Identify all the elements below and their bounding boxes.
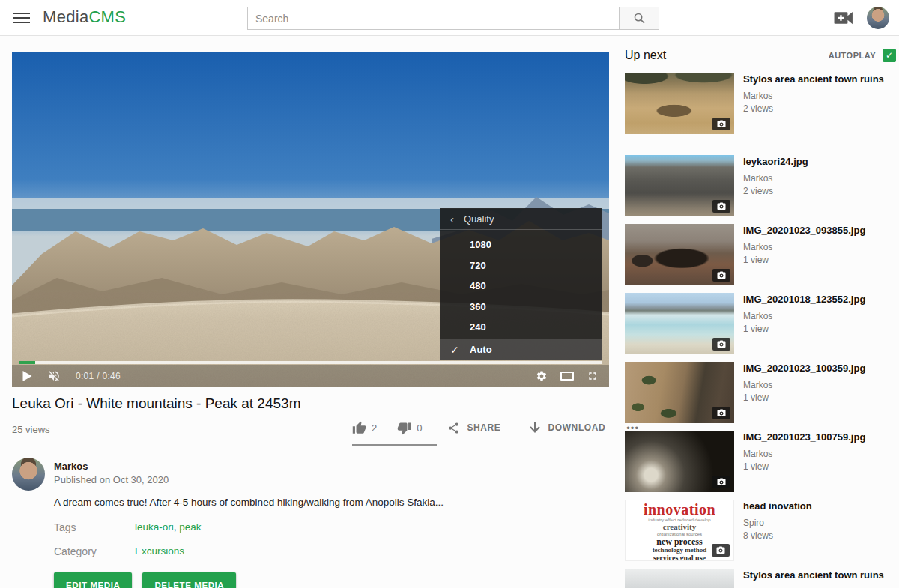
category-label: Category xyxy=(54,545,97,557)
up-next-title: Up next xyxy=(625,49,666,62)
image-type-badge xyxy=(712,476,730,488)
item-title: head inovation xyxy=(743,500,812,512)
quality-selected-label: Auto xyxy=(470,344,492,355)
item-author: Markos xyxy=(743,91,884,101)
mute-button[interactable] xyxy=(46,369,61,383)
download-button[interactable]: DOWNLOAD xyxy=(529,421,605,434)
item-author: Markos xyxy=(743,242,865,252)
menu-icon[interactable] xyxy=(13,13,30,23)
search-bar xyxy=(247,7,659,30)
up-next-item[interactable]: leykaori24.jpg Markos 2 views xyxy=(625,155,896,216)
search-input[interactable] xyxy=(247,7,620,30)
thumb-up-icon xyxy=(352,421,366,435)
delete-media-button[interactable]: DELETE MEDIA xyxy=(142,572,236,588)
check-icon: ✓ xyxy=(886,50,893,61)
item-title: IMG_20201023_100359.jpg xyxy=(743,363,865,375)
download-icon xyxy=(529,421,541,434)
page-title: Leuka Ori - White mountains - Peak at 24… xyxy=(12,395,300,412)
top-bar: MediaCMS xyxy=(0,0,899,36)
item-views: 2 views xyxy=(743,103,884,114)
item-views: 1 view xyxy=(743,324,865,334)
autoplay-checkbox[interactable]: ✓ xyxy=(883,49,896,62)
camera-icon xyxy=(717,409,726,417)
autoplay-label: AUTOPLAY xyxy=(829,51,876,60)
image-type-badge xyxy=(712,200,730,213)
quality-option-720[interactable]: 720 xyxy=(440,255,602,276)
item-views: 2 views xyxy=(743,186,808,196)
item-author: Markos xyxy=(743,173,808,184)
up-next-item[interactable]: Stylos area ancient town ruins Markos 2 … xyxy=(625,73,896,134)
actions-row: 2 0 SHARE DOWNLOAD ••• xyxy=(352,416,639,439)
category-link[interactable]: Excursions xyxy=(135,545,184,557)
play-icon xyxy=(22,371,32,381)
download-label: DOWNLOAD xyxy=(548,422,605,433)
image-type-badge xyxy=(712,407,730,419)
image-type-badge xyxy=(712,118,730,130)
item-author: Markos xyxy=(743,449,865,459)
up-next-item[interactable]: IMG_20201023_093855.jpg Markos 1 view xyxy=(625,224,896,285)
author-avatar[interactable] xyxy=(12,458,45,491)
wordcloud-text: creativity xyxy=(626,523,733,531)
image-type-badge xyxy=(712,338,730,351)
item-views: 1 view xyxy=(743,392,865,403)
quality-option-480[interactable]: 480 xyxy=(440,276,602,297)
settings-button[interactable] xyxy=(536,370,548,382)
tags-list: leuka-oripeak xyxy=(135,521,202,533)
share-button[interactable]: SHARE xyxy=(447,422,500,434)
video-upload-icon[interactable] xyxy=(834,10,853,25)
item-views: 1 view xyxy=(743,461,865,472)
item-title: leykaori24.jpg xyxy=(743,156,808,168)
quality-option-360[interactable]: 360 xyxy=(440,297,602,318)
video-player[interactable]: ‹ Quality 1080 720 480 360 240 ✓ Auto 0:… xyxy=(12,52,609,387)
up-next-item[interactable]: innovation industry effect reduced devel… xyxy=(625,500,896,561)
item-title: Stylos area ancient town ruins xyxy=(743,569,884,581)
play-button[interactable] xyxy=(22,371,32,381)
up-next-item[interactable]: Stylos area ancient town ruins xyxy=(625,569,896,588)
check-icon: ✓ xyxy=(450,344,470,356)
up-next-item[interactable]: IMG_20201023_100359.jpg Markos 1 view xyxy=(625,362,896,423)
theater-mode-button[interactable] xyxy=(560,372,574,381)
thumbnail-wordcloud: innovation industry effect reduced devel… xyxy=(625,500,734,561)
camera-icon xyxy=(717,340,726,348)
tags-label: Tags xyxy=(54,521,76,533)
progress-bar[interactable] xyxy=(19,361,602,364)
tag-link[interactable]: peak xyxy=(179,521,201,533)
up-next-item[interactable]: IMG_20201023_100759.jpg Markos 1 view xyxy=(625,431,896,492)
item-title: IMG_20201023_100759.jpg xyxy=(743,431,865,443)
fullscreen-button[interactable] xyxy=(587,370,599,382)
volume-off-icon xyxy=(46,369,61,383)
author-name[interactable]: Markos xyxy=(54,461,88,472)
camera-icon xyxy=(717,271,726,279)
wordcloud-text: innovation xyxy=(626,502,733,517)
theater-icon xyxy=(560,372,574,381)
up-next-item[interactable]: IMG_20201018_123552.jpg Markos 1 view xyxy=(625,293,896,354)
edit-media-button[interactable]: EDIT MEDIA xyxy=(54,572,132,588)
views-count: 25 views xyxy=(12,424,50,435)
like-button[interactable]: 2 xyxy=(352,421,377,435)
search-button[interactable] xyxy=(619,7,659,30)
thumbnail xyxy=(625,569,734,588)
site-logo[interactable]: MediaCMS xyxy=(43,7,126,27)
video-description: A dream comes true! After 4-5 hours of c… xyxy=(54,497,533,508)
item-title: Stylos area ancient town ruins xyxy=(743,73,884,85)
quality-menu-back[interactable]: ‹ Quality xyxy=(440,208,602,230)
share-label: SHARE xyxy=(467,422,500,433)
quality-option-240[interactable]: 240 xyxy=(440,317,602,338)
thumbnail xyxy=(625,362,734,423)
item-author: Markos xyxy=(743,380,865,390)
tag-link[interactable]: leuka-ori xyxy=(135,521,179,533)
thumbnail xyxy=(625,155,734,216)
dislike-button[interactable]: 0 xyxy=(397,421,422,435)
dislike-count: 0 xyxy=(417,422,422,434)
player-control-bar: 0:01 / 0:46 xyxy=(12,365,609,387)
image-type-badge xyxy=(712,544,730,557)
quality-option-1080[interactable]: 1080 xyxy=(440,234,602,255)
quality-option-auto[interactable]: ✓ Auto xyxy=(440,339,602,360)
thumbnail xyxy=(625,224,734,285)
image-type-badge xyxy=(712,269,730,282)
item-views: 8 views xyxy=(743,530,812,541)
camera-icon xyxy=(717,478,726,486)
time-display: 0:01 / 0:46 xyxy=(76,371,121,381)
user-avatar[interactable] xyxy=(867,7,889,29)
logo-prefix: Media xyxy=(43,7,88,26)
